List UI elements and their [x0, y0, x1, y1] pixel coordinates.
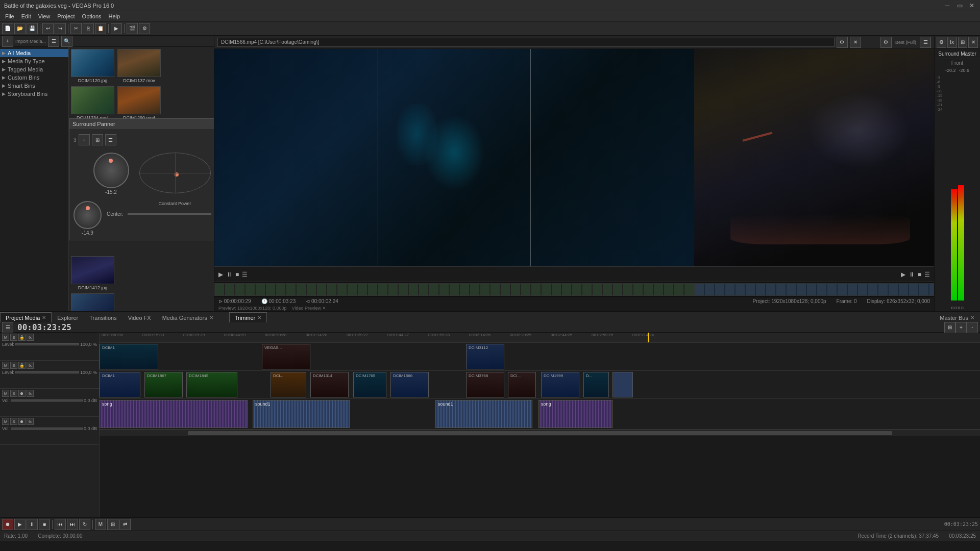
menu-project[interactable]: Project	[54, 11, 78, 21]
track-v1-level-bar[interactable]	[15, 343, 79, 345]
tab-master-bus-close[interactable]: ✕	[970, 315, 974, 320]
transport-prev-frame[interactable]: ⏮	[55, 519, 66, 530]
play-button[interactable]: ▶	[111, 23, 122, 34]
track-a2-fx[interactable]: fx	[27, 418, 34, 425]
tl-collapse[interactable]: ☰	[2, 322, 13, 333]
transport-record[interactable]: ⏺	[2, 519, 13, 530]
transport-next-frame[interactable]: ⏭	[67, 519, 78, 530]
tab-explorer[interactable]: Explorer	[52, 312, 84, 322]
save-button[interactable]: 💾	[27, 23, 38, 34]
audio-clip-song2[interactable]: song	[538, 400, 612, 428]
new-button[interactable]: 📄	[2, 23, 13, 34]
rp-settings[interactable]: ⚙	[937, 37, 946, 48]
media-thumb-dcim1234[interactable]: DCIM1234.mp4	[71, 86, 114, 121]
rp-fx[interactable]: fx	[947, 37, 957, 48]
clip-extra1[interactable]	[612, 372, 633, 397]
timeline-scrollbar[interactable]	[100, 430, 980, 436]
clip-dcim1845[interactable]: DCIM1845	[186, 372, 237, 397]
clip-dcim1999[interactable]: DCIM1999	[541, 372, 579, 397]
track-v2-lock[interactable]: 🔒	[18, 362, 26, 369]
audio-clip-sound1[interactable]: sound1	[253, 400, 350, 428]
track-v2-level-bar[interactable]	[15, 371, 79, 373]
tab-trimmer-close[interactable]: ✕	[257, 315, 261, 320]
track-v2-mute[interactable]: M	[2, 362, 9, 369]
panner-knob-left[interactable]	[93, 153, 129, 188]
panner-center-slider[interactable]	[128, 213, 211, 215]
minimize-button[interactable]: ─	[943, 2, 951, 9]
track-a1-solo[interactable]: S	[10, 390, 17, 397]
tree-item-media-by-type[interactable]: ▶ Media By Type	[0, 57, 68, 65]
track-a1-arm[interactable]: ⏺	[18, 390, 26, 397]
clip-d-v2[interactable]: D...	[583, 372, 609, 397]
track-v2-fx[interactable]: fx	[27, 362, 34, 369]
pc-play[interactable]: ▶	[901, 271, 905, 278]
clip-dcim1-v1[interactable]: DCIM1	[100, 344, 158, 369]
render-button[interactable]: 🎬	[127, 23, 138, 34]
transport-autoripple[interactable]: ⇄	[119, 519, 131, 530]
track-v1-solo[interactable]: S	[10, 334, 17, 341]
tl-zoom-in[interactable]: +	[955, 322, 967, 333]
track-a1-level-bar[interactable]	[11, 399, 83, 402]
clip-dcim1314-v2[interactable]: DCIM1314	[310, 372, 349, 397]
redo-button[interactable]: ↪	[55, 23, 66, 34]
clip-dcim3112-v1[interactable]: DCIM3112	[466, 344, 504, 369]
paste-button[interactable]: 📋	[95, 23, 106, 34]
undo-button[interactable]: ↩	[42, 23, 54, 34]
tab-master-bus[interactable]: Master Bus ✕	[934, 312, 980, 322]
panner-grid-btn[interactable]: ⊞	[92, 134, 103, 145]
clip-dcl2-v2[interactable]: DCl...	[508, 372, 536, 397]
surround-panner-header[interactable]: Surround Panner ✕	[69, 119, 214, 129]
pc-menu[interactable]: ☰	[924, 271, 930, 278]
tc-prev[interactable]: ☰	[242, 271, 248, 278]
tab-project-media[interactable]: Project Media ✕	[0, 312, 52, 322]
transport-loop[interactable]: ↻	[79, 519, 90, 530]
preview-settings[interactable]: ⚙	[837, 37, 848, 48]
track-v1-mute[interactable]: M	[2, 334, 9, 341]
menu-help[interactable]: Help	[106, 11, 124, 21]
clip-dcim1765[interactable]: DCIM1765	[353, 372, 386, 397]
tab-media-gen[interactable]: Media Generators ✕	[157, 312, 219, 322]
pc-pause[interactable]: ⏸	[909, 271, 915, 278]
media-import-button[interactable]: +	[2, 36, 13, 47]
preview-close[interactable]: ✕	[850, 37, 861, 48]
copy-button[interactable]: ⎘	[83, 23, 94, 34]
tree-item-smart-bins[interactable]: ▶ Smart Bins	[0, 82, 68, 90]
tc-stop[interactable]: ■	[235, 271, 239, 278]
clip-dcim1-v2[interactable]: DCIM1	[100, 372, 140, 397]
menu-edit[interactable]: Edit	[18, 11, 34, 21]
tree-item-custom-bins[interactable]: ▶ Custom Bins	[0, 73, 68, 82]
rp-grid[interactable]: ⊞	[958, 37, 968, 48]
transport-stop[interactable]: ■	[39, 519, 50, 530]
cut-button[interactable]: ✂	[70, 23, 82, 34]
pc-stop[interactable]: ■	[918, 271, 921, 278]
close-button[interactable]: ✕	[968, 2, 976, 9]
track-v1-fx[interactable]: fx	[27, 334, 34, 341]
panner-add-btn[interactable]: +	[79, 134, 90, 145]
maximize-button[interactable]: ▭	[955, 2, 964, 9]
panner-list-btn[interactable]: ☰	[105, 134, 116, 145]
audio-clip-sound1-2[interactable]: sound1	[435, 400, 532, 428]
track-a2-mute[interactable]: M	[2, 418, 9, 425]
audio-clip-song1[interactable]: song	[100, 400, 248, 428]
transport-play[interactable]: ▶	[14, 519, 26, 530]
track-v2-solo[interactable]: S	[10, 362, 17, 369]
tc-play[interactable]: ▶	[218, 271, 223, 278]
transport-pause[interactable]: ⏸	[27, 519, 38, 530]
menu-file[interactable]: File	[2, 11, 17, 21]
clip-dcim1566-v2[interactable]: DCIM1566	[390, 372, 429, 397]
clip-dcim1867[interactable]: DCIM1867	[144, 372, 183, 397]
tl-snap[interactable]: ⊞	[944, 322, 955, 333]
transport-snap[interactable]: ⊞	[107, 519, 118, 530]
tab-media-gen-close[interactable]: ✕	[209, 315, 213, 320]
program-settings[interactable]: ⚙	[880, 37, 892, 48]
open-button[interactable]: 📂	[14, 23, 26, 34]
clip-dcl-v2[interactable]: DCl...	[271, 372, 306, 397]
tc-pause[interactable]: ⏸	[226, 271, 232, 278]
clip-vegas-v1[interactable]: VEGAS...	[262, 344, 310, 369]
track-a2-arm[interactable]: ⏺	[18, 418, 26, 425]
tab-project-media-close[interactable]: ✕	[42, 315, 46, 320]
media-thumb-dcim1137[interactable]: DCIM1137.mov	[117, 49, 161, 84]
menu-options[interactable]: Options	[79, 11, 105, 21]
menu-view[interactable]: View	[35, 11, 54, 21]
track-a2-solo[interactable]: S	[10, 418, 17, 425]
